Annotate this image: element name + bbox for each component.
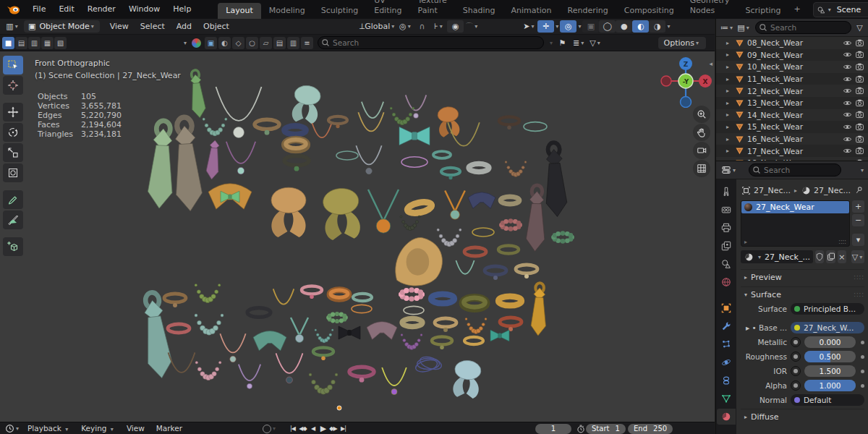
neckwear-necklace[interactable] [276,353,303,383]
expand-chevron[interactable]: ▸ [726,124,735,130]
timeline-menu-keying[interactable]: Keying ▾ [75,422,121,434]
navigation-gizmo[interactable]: Z X -Y [653,56,715,108]
neckwear-tie[interactable] [147,120,176,209]
neckwear-dot[interactable] [337,406,341,410]
viewport-menu-view[interactable]: View [104,19,135,34]
properties-tab-physics[interactable] [717,354,736,370]
panel-grip[interactable]: :::: [854,292,864,298]
disable-render-camera-icon[interactable] [855,50,864,59]
select-mode-subtract[interactable]: ▥ [28,37,41,49]
viewport-menu-add[interactable]: Add [171,19,197,34]
preview-panel-label[interactable]: Preview [751,273,782,282]
prev-keyframe-button[interactable]: ◀◆ [298,423,307,434]
property-slider[interactable]: 0.000 [804,336,856,348]
neckwear-bangle[interactable] [330,290,349,299]
filter-surface-icon[interactable]: ◐ [218,37,231,49]
shading-material-button[interactable]: ◐ [632,20,649,33]
outliner-row[interactable]: ▸12_Neck_Wear [716,85,868,97]
neckwear-circlet[interactable] [401,157,427,167]
editor-type-button[interactable]: ▥▾ [4,20,21,33]
add-slot-button[interactable]: + [852,200,864,213]
hide-viewport-eye-icon[interactable] [843,86,852,95]
object-name[interactable]: 12_Neck_Wear [747,87,843,95]
menu-window[interactable]: Window [122,0,166,19]
neckwear-necklace[interactable] [382,367,407,395]
property-value-field[interactable]: Principled B... [791,303,864,315]
material-slot-selected[interactable]: 27_Neck_Wear [741,201,849,213]
neckwear-necklace[interactable] [220,333,245,362]
neckwear-fluff[interactable] [326,312,348,323]
show-gizmo-toggle[interactable]: ✛ [537,20,554,33]
proportional-editing-toggle[interactable]: ◉ [447,20,464,33]
expand-chevron[interactable]: ▸ [726,88,735,94]
object-name[interactable]: 13_Neck_Wear [747,98,843,107]
expand-chevron[interactable]: ▸ [726,111,735,118]
filter-mesh-icon[interactable]: ▣ [205,37,217,49]
menu-edit[interactable]: Edit [52,0,80,19]
viewport-menu-object[interactable]: Object [197,19,235,34]
workspace-tab-layout[interactable]: Layout [218,3,260,19]
frame-end-field[interactable]: End250 [628,424,673,434]
show-overlays-toggle[interactable]: ◎ [560,20,576,33]
stopwatch-icon[interactable] [575,423,586,434]
disable-render-camera-icon[interactable] [855,146,864,156]
neckwear-tangle[interactable] [414,354,443,374]
neckwear-collar[interactable] [468,192,495,208]
neckwear-choker[interactable] [516,265,537,278]
sidebar-collapse-arrow[interactable]: ◂ [709,60,712,67]
neckwear-beads[interactable] [195,314,224,335]
property-value-field[interactable]: 27_Neck_W... [791,322,864,333]
neckwear-necklace[interactable] [312,123,332,137]
properties-tab-world[interactable] [717,274,736,290]
outliner-row[interactable]: ▸17_Neck_Wear [716,145,868,157]
surface-panel-label[interactable]: Surface [751,290,781,299]
property-value-field[interactable]: Default [791,394,864,406]
neckwear-beads[interactable] [195,361,221,380]
timeline-menu-playback[interactable]: Playback ▾ [22,422,75,434]
properties-tab-particles[interactable] [717,336,736,352]
shading-rendered-button[interactable]: ◑ [649,20,665,33]
proportional-falloff-dropdown[interactable]: ⌒▾ [464,20,480,33]
workspace-tab-compositing[interactable]: Compositing [616,3,682,19]
properties-tab-scene[interactable] [717,256,736,272]
property-slider[interactable]: 0.500 [804,351,856,362]
add-workspace-button[interactable]: + [788,1,805,17]
viewport-3d[interactable]: Front Orthographic (1) Scene Collection … [0,51,715,422]
neckwear-choker[interactable] [302,286,322,299]
object-name[interactable]: 14_Neck_Wear [747,111,843,119]
menu-file[interactable]: File [26,0,52,19]
outliner-row[interactable]: ▸09_Neck_Wear [716,49,868,61]
display-mode-icon[interactable]: ≣▾ [571,37,587,49]
tool-scale-button[interactable] [3,143,23,162]
neckwear-band[interactable] [431,294,454,304]
neckwear-choker[interactable] [500,318,522,331]
neckwear-necklace[interactable] [169,352,195,373]
object-name[interactable]: 10_Neck_Wear [747,62,843,71]
outliner-display-mode-dropdown[interactable]: ≔▾ [719,22,736,34]
outliner-row[interactable]: ▸11_Neck_Wear [716,73,868,85]
hide-viewport-eye-icon[interactable] [843,38,852,48]
expand-chevron[interactable]: ▸ [726,64,735,70]
xray-toggle[interactable]: ▣ [582,20,599,33]
snap-dropdown[interactable]: ⊦▾ [430,20,447,33]
disable-render-camera-icon[interactable] [855,38,864,48]
timeline-editor-type-button[interactable]: ▾ [4,422,22,434]
neckwear-medal[interactable] [368,190,399,233]
neckwear-bowtie[interactable] [490,330,509,341]
workspace-tab-animation[interactable]: Animation [503,3,559,19]
snap-magnet-toggle[interactable]: ∩ [414,20,430,33]
zoom-tool-button[interactable] [693,106,710,123]
neckwear-scarf[interactable] [322,187,361,241]
camera-view-button[interactable] [693,142,710,159]
properties-tab-object[interactable] [717,300,736,316]
disable-render-camera-icon[interactable] [855,98,864,108]
filter-expand-chevron[interactable]: ▾ [182,40,188,46]
workspace-tab-scripting[interactable]: Scripting [738,3,789,19]
neckwear-choker[interactable] [255,119,279,135]
material-specials-dropdown[interactable]: ▽▾ [851,250,864,263]
neckwear-choker[interactable] [441,168,460,179]
properties-tab-constraints[interactable] [717,373,736,388]
properties-tab-view-layer[interactable] [717,238,736,254]
keyframe-dot[interactable] [861,384,864,388]
pan-hand-button[interactable] [693,124,710,141]
